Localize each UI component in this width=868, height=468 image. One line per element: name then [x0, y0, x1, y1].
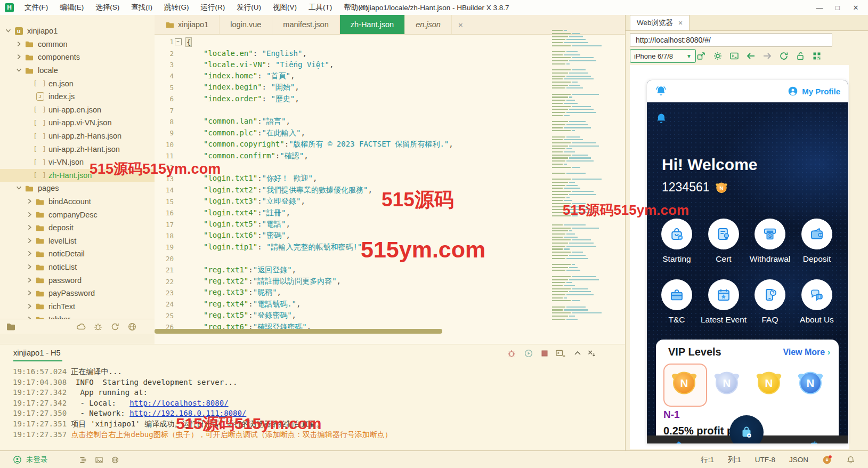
menu-item-3[interactable]: 查找(I): [125, 3, 158, 11]
cursor-line[interactable]: 行:1: [701, 455, 714, 465]
menu-item-1[interactable]: 编辑(E): [54, 3, 90, 11]
language-globe-icon[interactable]: [111, 456, 119, 464]
vip-medal-silver[interactable]: N: [712, 370, 742, 396]
line-number[interactable]: 20: [155, 255, 174, 263]
line-number[interactable]: 11: [155, 152, 174, 160]
my-profile-button[interactable]: My Profile: [788, 86, 840, 96]
menu-item-5[interactable]: 运行(R): [195, 3, 231, 11]
tree-item-noticDetail[interactable]: noticDetail: [0, 247, 155, 261]
update-notification-icon[interactable]: [822, 455, 832, 465]
settings-gear-icon[interactable]: [712, 51, 723, 61]
tree-item-pages[interactable]: pages: [0, 182, 155, 195]
new-terminal-icon[interactable]: [555, 348, 566, 359]
maximize-button[interactable]: □: [829, 0, 847, 15]
line-number[interactable]: 16: [155, 209, 174, 217]
tree-item-bindAccount[interactable]: bindAccount: [0, 195, 155, 208]
line-number[interactable]: 15: [155, 198, 174, 206]
line-number[interactable]: 7: [155, 107, 174, 115]
minimap[interactable]: [552, 30, 595, 322]
console-link[interactable]: http://localhost:8080/: [129, 399, 228, 407]
shortcut-latest-event[interactable]: Latest Event: [700, 279, 747, 325]
vip-medal-orange[interactable]: N: [669, 370, 699, 396]
back-arrow-icon[interactable]: [745, 51, 756, 61]
tree-item-noticList[interactable]: noticList: [0, 261, 155, 274]
minimize-button[interactable]: —: [810, 0, 829, 15]
console-window-icon[interactable]: [729, 51, 740, 61]
restart-icon[interactable]: [523, 348, 534, 359]
line-number[interactable]: 18: [155, 232, 174, 240]
tree-item-uni-app.en.json[interactable]: [ ]uni-app.en.json: [0, 103, 155, 117]
preview-icon[interactable]: [95, 456, 103, 464]
url-bar[interactable]: http://localhost:8080/#/: [630, 33, 832, 47]
menu-item-8[interactable]: 工具(T): [303, 3, 338, 11]
vip-medal-gold[interactable]: N: [754, 370, 784, 396]
line-number[interactable]: 22: [155, 278, 174, 286]
debug-icon[interactable]: [506, 348, 517, 359]
line-number[interactable]: 10: [155, 141, 174, 149]
encoding[interactable]: UTF-8: [755, 456, 775, 464]
collapse-panel-icon[interactable]: [572, 348, 583, 359]
editor-tab-login.vue[interactable]: login.vue: [220, 15, 272, 34]
shortcut-withdrawal[interactable]: $Withdrawal: [747, 219, 793, 264]
line-number[interactable]: 8: [155, 118, 174, 126]
editor-tab-zh-Hant.json[interactable]: zh-Hant.json: [340, 15, 405, 34]
close-button[interactable]: ✕: [847, 0, 865, 15]
shortcut-t-c[interactable]: T&C: [653, 279, 700, 325]
hero-bell-icon[interactable]: [654, 112, 668, 126]
tree-item-index.js[interactable]: Jindex.js: [0, 90, 155, 103]
line-number[interactable]: 3: [155, 61, 174, 69]
tree-item-password[interactable]: password: [0, 273, 155, 287]
menu-item-7[interactable]: 视图(V): [267, 3, 303, 11]
line-number[interactable]: 4: [155, 72, 174, 80]
shortcut-about-us[interactable]: iAbout Us: [793, 279, 840, 325]
tree-item-components[interactable]: components: [0, 51, 155, 64]
editor-tab-manifest.json[interactable]: manifest.json: [272, 15, 339, 34]
console-tab[interactable]: xinjiapo1 - H5: [13, 349, 61, 357]
tree-item-uni-app.vi-VN.json[interactable]: [ ]uni-app.vi-VN.json: [0, 116, 155, 130]
menu-item-0[interactable]: 文件(F): [19, 3, 54, 11]
outline-icon[interactable]: [79, 456, 87, 464]
nav-item-history[interactable]: History: [789, 439, 837, 443]
bell-icon[interactable]: [654, 85, 668, 98]
shortcut-deposit[interactable]: Deposit: [793, 219, 840, 264]
line-number[interactable]: 6: [155, 95, 174, 103]
shortcut-cert[interactable]: Cert: [700, 219, 747, 264]
vip-medal-blue[interactable]: N: [796, 370, 825, 396]
lock-icon[interactable]: [795, 51, 806, 61]
refresh-icon[interactable]: [778, 51, 789, 61]
clear-console-icon[interactable]: [586, 348, 597, 359]
menu-item-2[interactable]: 选择(S): [90, 3, 125, 11]
user-account-icon[interactable]: [13, 455, 22, 464]
line-number[interactable]: 14: [155, 186, 174, 194]
menu-item-4[interactable]: 跳转(G): [158, 3, 195, 11]
browser-tab[interactable]: Web浏览器 ×: [630, 15, 689, 30]
view-more-link[interactable]: View More ›: [783, 348, 830, 357]
console-line[interactable]: 19:17:27.342 - Local: http://localhost:8…: [13, 398, 610, 409]
line-number[interactable]: 24: [155, 300, 174, 308]
debug-bug-icon[interactable]: [93, 321, 103, 332]
line-number[interactable]: 19: [155, 243, 174, 251]
tree-item-uni-app.zh-Hant.json[interactable]: [ ]uni-app.zh-Hant.json: [0, 142, 155, 156]
notification-bell-icon[interactable]: [846, 455, 855, 464]
editor-tab-en.json[interactable]: en.json: [405, 15, 452, 34]
tree-item-tabbar[interactable]: tabbar: [0, 313, 155, 319]
tree-item-xinjiapo1[interactable]: uxinjiapo1: [0, 25, 155, 38]
tree-item-deposit[interactable]: deposit: [0, 221, 155, 235]
console-line[interactable]: 19:17:27.342 App running at:: [13, 388, 610, 398]
tree-item-en.json[interactable]: [ ]en.json: [0, 77, 155, 90]
shortcut-starting[interactable]: Starting: [653, 219, 700, 264]
line-number[interactable]: 17: [155, 221, 174, 229]
shortcut-faq[interactable]: ?FAQ: [747, 279, 793, 325]
line-number[interactable]: 25: [155, 312, 174, 320]
tree-item-common[interactable]: common: [0, 38, 155, 51]
refresh-explorer-icon[interactable]: [110, 321, 120, 332]
stop-icon[interactable]: [539, 348, 550, 359]
line-number[interactable]: 23: [155, 289, 174, 297]
cloud-sync-icon[interactable]: [76, 321, 86, 332]
open-external-icon[interactable]: [696, 51, 707, 61]
qr-code-icon[interactable]: [812, 51, 822, 61]
tree-item-uni-app.zh-Hans.json[interactable]: [ ]uni-app.zh-Hans.json: [0, 130, 155, 143]
tree-item-locale[interactable]: locale: [0, 64, 155, 77]
menu-item-6[interactable]: 发行(U): [231, 3, 267, 11]
line-number[interactable]: 21: [155, 266, 174, 274]
